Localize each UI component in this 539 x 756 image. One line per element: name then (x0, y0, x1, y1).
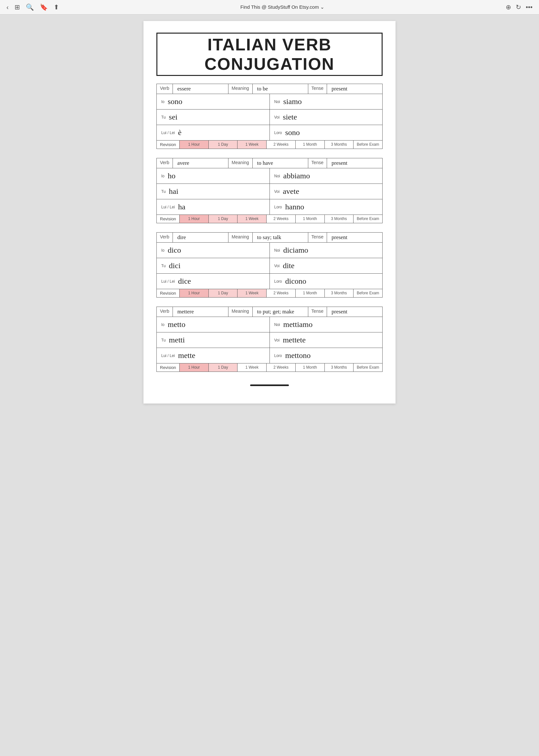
rev-cell-0-3[interactable]: 2 Weeks (267, 140, 296, 149)
rev-cell-0-5[interactable]: 3 Months (325, 140, 354, 149)
pronoun-2-1: Tu (161, 264, 166, 268)
verb-value-2: dire (173, 233, 228, 242)
pronoun-3-2: Lui / Lei (161, 353, 175, 358)
refresh-icon[interactable]: ↻ (516, 3, 521, 11)
conj-cell-left-0-1: Tu sei (157, 110, 270, 125)
rev-cell-3-1[interactable]: 1 Day (209, 363, 238, 372)
verb-section-0: Verb essere Meaning to be Tense present … (156, 84, 383, 149)
pronoun2-0-2: Loro (274, 130, 282, 135)
pronoun2-3-0: Noi (274, 323, 280, 327)
rev-cell-1-1[interactable]: 1 Day (209, 215, 238, 223)
pronoun2-1-1: Voi (274, 189, 280, 194)
rev-cell-3-4[interactable]: 1 Month (296, 363, 325, 372)
rev-cell-2-3[interactable]: 2 Weeks (267, 289, 296, 297)
pronoun2-2-0: Noi (274, 248, 280, 253)
revision-bar-3: Revision1 Hour1 Day1 Week2 Weeks1 Month3… (156, 363, 383, 372)
rev-cell-1-5[interactable]: 3 Months (325, 215, 354, 223)
conj-row-3-2: Lui / Lei mette Loro mettono (157, 348, 382, 363)
title-text: Find This @ StudyStuff On Etsy.com (240, 4, 319, 10)
rev-cell-1-4[interactable]: 1 Month (296, 215, 325, 223)
form2-3-2: mettono (285, 351, 311, 360)
pronoun-3-1: Tu (161, 338, 166, 342)
conj-cell-left-2-1: Tu dici (157, 258, 270, 273)
form2-3-0: mettiamo (283, 320, 313, 329)
rev-cell-0-4[interactable]: 1 Month (296, 140, 325, 149)
conj-cell-right-2-2: Loro dicono (270, 274, 383, 289)
rev-cell-0-6[interactable]: Before Exam (353, 140, 382, 149)
tense-value-2: present (327, 233, 382, 242)
form2-1-0: abbiamo (283, 172, 310, 180)
bookmark-icon[interactable]: 🔖 (40, 3, 48, 11)
rev-cell-3-0[interactable]: 1 Hour (180, 363, 209, 372)
revision-label-3: Revision (157, 363, 180, 372)
rev-cell-2-5[interactable]: 3 Months (325, 289, 354, 297)
pronoun-1-2: Lui / Lei (161, 205, 175, 209)
verb-value-3: mettere (173, 307, 228, 317)
search-icon[interactable]: 🔍 (26, 3, 34, 11)
rev-cell-0-1[interactable]: 1 Day (209, 140, 238, 149)
share-icon[interactable]: ⬆ (54, 3, 59, 11)
rev-cell-2-6[interactable]: Before Exam (353, 289, 382, 297)
grid-icon[interactable]: ⊞ (15, 3, 20, 11)
meaning-value-0: to be (253, 84, 308, 94)
tense-label-1: Tense (308, 158, 327, 168)
rev-cell-1-6[interactable]: Before Exam (353, 215, 382, 223)
rev-cell-2-2[interactable]: 1 Week (238, 289, 267, 297)
form-0-0: sono (168, 97, 182, 106)
toolbar-title: Find This @ StudyStuff On Etsy.com ⌄ (240, 4, 325, 10)
rev-cell-3-5[interactable]: 3 Months (325, 363, 354, 372)
pronoun2-0-0: Noi (274, 100, 280, 104)
rev-cell-0-2[interactable]: 1 Week (238, 140, 267, 149)
conj-cell-right-1-0: Noi abbiamo (270, 168, 383, 184)
rev-cell-2-0[interactable]: 1 Hour (180, 289, 209, 297)
form2-2-2: dicono (285, 277, 306, 286)
revision-label-0: Revision (157, 140, 180, 149)
conj-cell-right-2-0: Noi diciamo (270, 243, 383, 258)
rev-cell-1-2[interactable]: 1 Week (238, 215, 267, 223)
rev-cell-0-0[interactable]: 1 Hour (180, 140, 209, 149)
conj-grid-2: Io dico Noi diciamo Tu dici Voi dite Lui… (156, 243, 383, 289)
form2-3-1: mettete (283, 336, 306, 344)
form2-2-0: diciamo (283, 246, 308, 255)
more-icon[interactable]: ••• (526, 4, 533, 11)
verb-label-2: Verb (157, 233, 173, 242)
tense-value-3: present (327, 307, 382, 317)
rev-cell-1-0[interactable]: 1 Hour (180, 215, 209, 223)
conj-cell-right-1-2: Loro hanno (270, 199, 383, 214)
pronoun-0-2: Lui / Lei (161, 130, 175, 135)
form2-1-1: avete (283, 187, 299, 196)
meaning-label-1: Meaning (228, 158, 253, 168)
rev-cell-3-2[interactable]: 1 Week (238, 363, 267, 372)
meaning-label-2: Meaning (228, 233, 253, 242)
form2-0-2: sono (285, 128, 300, 137)
add-icon[interactable]: ⊕ (506, 3, 511, 11)
verb-header-3: Verb mettere Meaning to put; get; make T… (156, 307, 383, 317)
rev-cell-3-6[interactable]: Before Exam (353, 363, 382, 372)
verb-sections: Verb essere Meaning to be Tense present … (156, 84, 383, 372)
meaning-label-3: Meaning (228, 307, 253, 317)
rev-cell-2-1[interactable]: 1 Day (209, 289, 238, 297)
pronoun-2-0: Io (161, 248, 165, 253)
conj-cell-right-0-2: Loro sono (270, 125, 383, 140)
conj-grid-0: Io sono Noi siamo Tu sei Voi siete Lui /… (156, 94, 383, 140)
toolbar-left: ‹ ⊞ 🔍 🔖 ⬆ (6, 3, 59, 11)
pronoun-0-0: Io (161, 100, 165, 104)
tense-value-1: present (327, 158, 382, 168)
form2-0-0: siamo (283, 97, 302, 106)
conj-row-0-0: Io sono Noi siamo (157, 94, 382, 110)
conj-grid-1: Io ho Noi abbiamo Tu hai Voi avete Lui /… (156, 168, 383, 215)
conj-row-2-1: Tu dici Voi dite (157, 258, 382, 274)
verb-section-2: Verb dire Meaning to say; talk Tense pre… (156, 232, 383, 298)
form2-0-1: siete (283, 113, 297, 121)
pronoun-2-2: Lui / Lei (161, 279, 175, 284)
rev-cell-3-3[interactable]: 2 Weeks (267, 363, 296, 372)
verb-header-1: Verb avere Meaning to have Tense present (156, 158, 383, 168)
form-2-2: dice (178, 277, 191, 286)
conj-cell-left-0-2: Lui / Lei è (157, 125, 270, 140)
revision-bar-2: Revision1 Hour1 Day1 Week2 Weeks1 Month3… (156, 289, 383, 298)
form2-2-1: dite (283, 262, 294, 270)
back-icon[interactable]: ‹ (6, 4, 9, 11)
rev-cell-1-3[interactable]: 2 Weeks (267, 215, 296, 223)
verb-value-0: essere (173, 84, 228, 94)
rev-cell-2-4[interactable]: 1 Month (296, 289, 325, 297)
